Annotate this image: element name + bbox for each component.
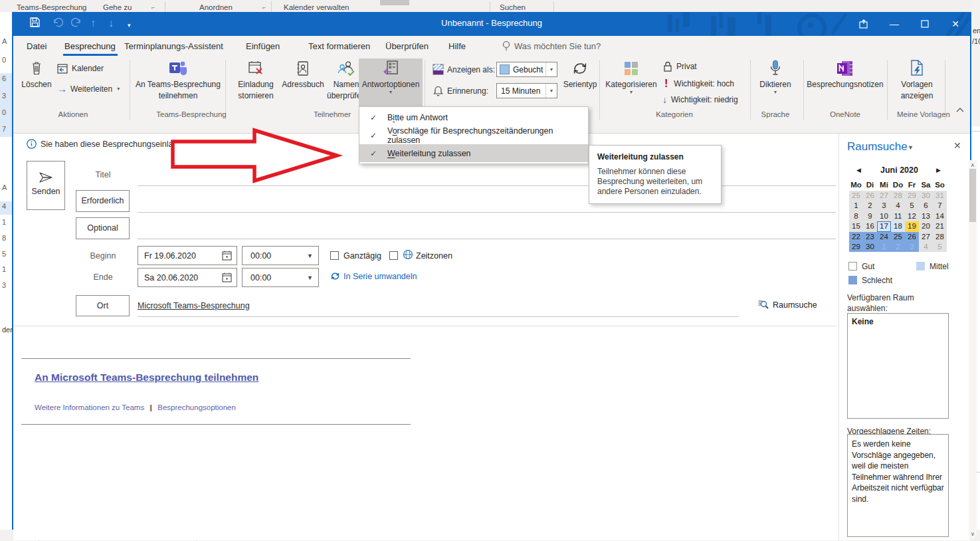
reminder-combobox[interactable]: 15 Minuten ▾ xyxy=(496,83,557,98)
panel-close-icon[interactable]: ✕ xyxy=(953,140,961,151)
calendar-day[interactable]: 27 xyxy=(877,191,891,201)
loeschen-button[interactable]: Löschen xyxy=(21,58,52,109)
ende-datum-picker[interactable]: Sa 20.06.2020 xyxy=(138,268,237,287)
teams-join-link[interactable]: An Microsoft Teams-Besprechung teilnehme… xyxy=(35,372,258,383)
calendar-day[interactable]: 28 xyxy=(933,232,947,242)
ort-input[interactable] xyxy=(138,316,739,317)
ganztaegig-checkbox[interactable] xyxy=(330,251,339,260)
calendar-day[interactable]: 3 xyxy=(877,201,891,211)
tell-me-search[interactable]: Was möchten Sie tun? xyxy=(514,41,601,51)
calendar-day[interactable]: 23 xyxy=(863,232,877,242)
calendar-day[interactable]: 27 xyxy=(919,232,933,242)
diktieren-button[interactable]: Diktieren ▾ xyxy=(755,58,795,109)
calendar-day[interactable]: 26 xyxy=(863,191,877,201)
tab-besprechung[interactable]: Besprechung xyxy=(64,41,116,51)
calendar-day[interactable]: 30 xyxy=(919,191,933,201)
calendar-day[interactable]: 26 xyxy=(905,232,919,242)
calendar-day[interactable]: 6 xyxy=(919,201,933,211)
wichtigkeit-niedrig-button[interactable]: ↓ Wichtigkeit: niedrig xyxy=(662,94,738,105)
weiterleiten-button[interactable]: → Weiterleiten ▾ xyxy=(57,83,120,94)
weitere-informationen-link[interactable]: Weitere Informationen zu Teams xyxy=(35,403,144,411)
tab-datei[interactable]: Datei xyxy=(27,41,47,51)
popout-icon[interactable] xyxy=(849,12,878,36)
calendar-day[interactable]: 16 xyxy=(863,221,877,231)
minimize-icon[interactable]: — xyxy=(880,12,909,36)
scroll-down-icon[interactable]: ∨ xyxy=(969,531,977,537)
calendar-day[interactable]: 30 xyxy=(863,242,877,252)
besprechungsnotizen-button[interactable]: Besprechungsnotizen xyxy=(808,58,882,109)
room-listbox[interactable]: Keine xyxy=(847,313,949,419)
calendar-day[interactable]: 5 xyxy=(933,242,947,252)
datepicker-icon[interactable] xyxy=(222,251,232,261)
maximize-icon[interactable] xyxy=(910,12,939,36)
dropdown-arrow-icon[interactable]: ▼ xyxy=(307,253,313,259)
calendar-day[interactable]: 20 xyxy=(919,221,933,231)
close-icon[interactable]: ✕ xyxy=(941,12,970,36)
calendar-day[interactable]: 17 xyxy=(877,221,891,231)
tab-hilfe[interactable]: Hilfe xyxy=(448,41,466,51)
dropdown-menu-item[interactable]: ✓Weiterleitung zulassen xyxy=(359,144,588,162)
scroll-up-icon[interactable]: ∧ xyxy=(969,162,977,168)
antwortoptionen-button[interactable]: Antwortoptionen ▾ xyxy=(359,58,423,109)
chevron-down-icon[interactable]: ▼ xyxy=(908,144,914,151)
ort-value[interactable]: Microsoft Teams-Besprechung xyxy=(138,301,250,310)
panel-scrollbar[interactable]: ∧ ∨ xyxy=(969,160,977,539)
zeitzonen-checkbox[interactable] xyxy=(389,251,398,260)
senden-button[interactable]: Senden xyxy=(27,161,65,210)
calendar-day[interactable]: 29 xyxy=(849,242,863,252)
wichtigkeit-hoch-button[interactable]: ! Wichtigkeit: hoch xyxy=(664,78,734,90)
beginn-datum-picker[interactable]: Fr 19.06.2020 xyxy=(138,246,237,265)
erforderlich-button[interactable]: Erforderlich xyxy=(76,190,130,212)
beginn-zeit-combobox[interactable]: 00:00 ▼ xyxy=(242,246,319,265)
next-month-icon[interactable]: ▶ xyxy=(936,167,941,173)
vorlagen-anzeigen-button[interactable]: Vorlagen anzeigen xyxy=(892,58,942,109)
calendar-day[interactable]: 29 xyxy=(905,191,919,201)
calendar-day[interactable]: 5 xyxy=(905,201,919,211)
calendar-day[interactable]: 19 xyxy=(905,221,919,231)
besprechungsoptionen-link[interactable]: Besprechungsoptionen xyxy=(157,403,236,411)
calendar-day[interactable]: 31 xyxy=(933,191,947,201)
dropdown-menu-item[interactable]: ✓Vorschläge für Besprechungszeitänderung… xyxy=(359,126,588,144)
calendar-day[interactable]: 7 xyxy=(933,201,947,211)
dialog-launcher-icon[interactable]: ⌐ xyxy=(262,4,266,11)
tab-ueberpruefen[interactable]: Überprüfen xyxy=(385,41,429,51)
optional-input[interactable] xyxy=(138,239,836,239)
calendar-day[interactable]: 9 xyxy=(863,211,877,221)
calendar-day[interactable]: 1 xyxy=(849,201,863,211)
einladung-stornieren-button[interactable]: Einladung stornieren xyxy=(231,58,281,109)
dropdown-menu-item[interactable]: ✓Bitte um Antwort xyxy=(359,108,588,126)
collapse-ribbon-icon[interactable] xyxy=(955,107,965,112)
calendar-day[interactable]: 4 xyxy=(891,201,905,211)
calendar-day[interactable]: 2 xyxy=(891,242,905,252)
calendar-day[interactable]: 4 xyxy=(919,242,933,252)
calendar-day[interactable]: 8 xyxy=(849,211,863,221)
calendar-day[interactable]: 22 xyxy=(849,232,863,242)
kategorisieren-button[interactable]: Kategorisieren ▾ xyxy=(603,58,660,109)
calendar-day[interactable]: 3 xyxy=(905,242,919,252)
tab-terminplanungs-assistent[interactable]: Terminplanungs-Assistent xyxy=(124,41,223,51)
chevron-down-icon[interactable]: ▾ xyxy=(545,62,557,76)
calendar-day[interactable]: 13 xyxy=(919,211,933,221)
scrollbar-thumb[interactable] xyxy=(969,169,976,222)
calendar-day[interactable]: 12 xyxy=(905,211,919,221)
calendar-day[interactable]: 21 xyxy=(933,221,947,231)
dialog-launcher-icon[interactable]: ⌐ xyxy=(151,4,155,11)
calendar-day[interactable]: 25 xyxy=(849,191,863,201)
calendar-day[interactable]: 1 xyxy=(877,242,891,252)
serientyp-button[interactable]: Serientyp xyxy=(563,58,597,109)
kalender-button[interactable]: Kalender xyxy=(57,63,104,74)
dropdown-arrow-icon[interactable]: ▼ xyxy=(307,274,313,281)
room-list-item[interactable]: Keine xyxy=(852,317,948,326)
in-serie-umwandeln-link[interactable]: In Serie umwandeln xyxy=(343,272,417,281)
show-as-combobox[interactable]: Gebucht ▾ xyxy=(496,62,557,77)
privat-button[interactable]: Privat xyxy=(663,61,697,72)
tab-text-formatieren[interactable]: Text formatieren xyxy=(308,41,370,51)
calendar-day[interactable]: 25 xyxy=(891,232,905,242)
calendar-day[interactable]: 18 xyxy=(891,221,905,231)
calendar-day[interactable]: 24 xyxy=(877,232,891,242)
ort-button[interactable]: Ort xyxy=(76,295,130,316)
calendar-day[interactable]: 28 xyxy=(891,191,905,201)
erforderlich-input[interactable] xyxy=(138,212,836,213)
calendar-day[interactable]: 2 xyxy=(863,201,877,211)
calendar-day[interactable]: 11 xyxy=(891,211,905,221)
